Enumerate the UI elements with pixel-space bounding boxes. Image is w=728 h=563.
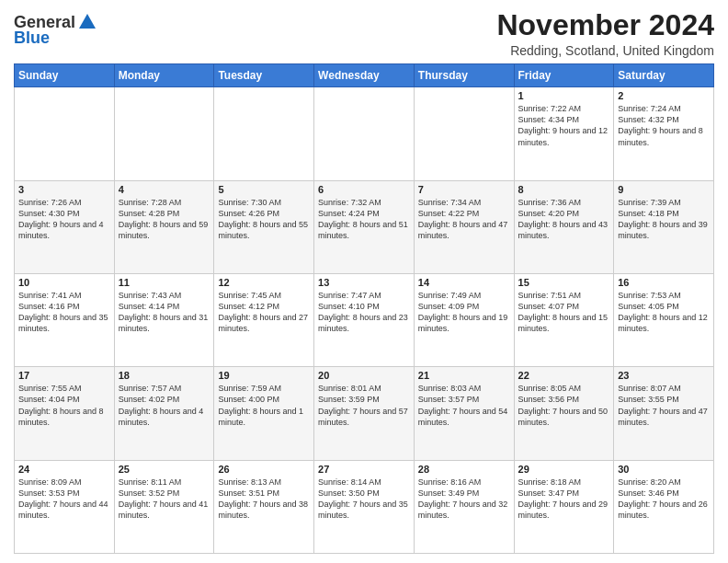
calendar-day-header: Wednesday bbox=[314, 64, 415, 87]
day-number: 3 bbox=[18, 184, 110, 195]
calendar-day-header: Monday bbox=[114, 64, 214, 87]
calendar-cell: 23Sunrise: 8:07 AM Sunset: 3:55 PM Dayli… bbox=[614, 367, 714, 460]
calendar-body: 1Sunrise: 7:22 AM Sunset: 4:34 PM Daylig… bbox=[15, 87, 714, 554]
day-info: Sunrise: 8:18 AM Sunset: 3:47 PM Dayligh… bbox=[518, 477, 610, 522]
day-info: Sunrise: 8:13 AM Sunset: 3:51 PM Dayligh… bbox=[218, 477, 310, 522]
calendar-cell: 15Sunrise: 7:51 AM Sunset: 4:07 PM Dayli… bbox=[514, 273, 614, 366]
calendar-cell: 13Sunrise: 7:47 AM Sunset: 4:10 PM Dayli… bbox=[314, 273, 415, 366]
calendar-day-header: Thursday bbox=[414, 64, 514, 87]
day-info: Sunrise: 7:57 AM Sunset: 4:02 PM Dayligh… bbox=[119, 383, 210, 428]
calendar-cell: 25Sunrise: 8:11 AM Sunset: 3:52 PM Dayli… bbox=[114, 460, 214, 553]
day-info: Sunrise: 7:53 AM Sunset: 4:05 PM Dayligh… bbox=[618, 290, 710, 335]
day-number: 15 bbox=[518, 277, 610, 288]
calendar-cell: 16Sunrise: 7:53 AM Sunset: 4:05 PM Dayli… bbox=[614, 273, 714, 366]
day-number: 13 bbox=[318, 277, 410, 288]
day-info: Sunrise: 8:16 AM Sunset: 3:49 PM Dayligh… bbox=[418, 477, 510, 522]
location: Redding, Scotland, United Kingdom bbox=[496, 43, 714, 58]
day-info: Sunrise: 7:22 AM Sunset: 4:34 PM Dayligh… bbox=[518, 103, 610, 148]
day-info: Sunrise: 7:59 AM Sunset: 4:00 PM Dayligh… bbox=[218, 383, 310, 428]
day-info: Sunrise: 7:28 AM Sunset: 4:28 PM Dayligh… bbox=[119, 197, 210, 242]
day-info: Sunrise: 7:39 AM Sunset: 4:18 PM Dayligh… bbox=[618, 197, 710, 242]
day-number: 4 bbox=[119, 184, 210, 195]
day-number: 9 bbox=[618, 184, 710, 195]
day-number: 8 bbox=[518, 184, 610, 195]
day-info: Sunrise: 7:34 AM Sunset: 4:22 PM Dayligh… bbox=[418, 197, 510, 242]
day-info: Sunrise: 7:49 AM Sunset: 4:09 PM Dayligh… bbox=[418, 290, 510, 335]
day-number: 10 bbox=[18, 277, 110, 288]
svg-marker-0 bbox=[79, 14, 96, 29]
day-info: Sunrise: 8:07 AM Sunset: 3:55 PM Dayligh… bbox=[618, 383, 710, 428]
calendar-day-header: Friday bbox=[514, 64, 614, 87]
day-info: Sunrise: 7:24 AM Sunset: 4:32 PM Dayligh… bbox=[618, 103, 710, 148]
day-info: Sunrise: 7:41 AM Sunset: 4:16 PM Dayligh… bbox=[18, 290, 110, 335]
day-info: Sunrise: 7:47 AM Sunset: 4:10 PM Dayligh… bbox=[318, 290, 410, 335]
day-number: 21 bbox=[418, 370, 510, 381]
day-info: Sunrise: 7:26 AM Sunset: 4:30 PM Dayligh… bbox=[18, 197, 110, 242]
logo-icon bbox=[77, 12, 97, 32]
day-info: Sunrise: 8:03 AM Sunset: 3:57 PM Dayligh… bbox=[418, 383, 510, 428]
day-number: 30 bbox=[618, 464, 710, 475]
day-number: 25 bbox=[119, 464, 210, 475]
calendar-cell: 22Sunrise: 8:05 AM Sunset: 3:56 PM Dayli… bbox=[514, 367, 614, 460]
day-number: 12 bbox=[218, 277, 310, 288]
calendar-cell bbox=[15, 87, 115, 180]
calendar-week-row: 3Sunrise: 7:26 AM Sunset: 4:30 PM Daylig… bbox=[15, 180, 714, 273]
calendar-cell bbox=[114, 87, 214, 180]
calendar-day-header: Tuesday bbox=[214, 64, 314, 87]
header: General Blue November 2024 Redding, Scot… bbox=[14, 9, 714, 58]
calendar-cell: 19Sunrise: 7:59 AM Sunset: 4:00 PM Dayli… bbox=[214, 367, 314, 460]
day-number: 27 bbox=[318, 464, 410, 475]
logo: General Blue bbox=[14, 13, 97, 48]
day-info: Sunrise: 7:55 AM Sunset: 4:04 PM Dayligh… bbox=[18, 383, 110, 428]
calendar-cell: 3Sunrise: 7:26 AM Sunset: 4:30 PM Daylig… bbox=[15, 180, 115, 273]
day-number: 28 bbox=[418, 464, 510, 475]
calendar-cell: 5Sunrise: 7:30 AM Sunset: 4:26 PM Daylig… bbox=[214, 180, 314, 273]
calendar-cell: 4Sunrise: 7:28 AM Sunset: 4:28 PM Daylig… bbox=[114, 180, 214, 273]
calendar-cell: 2Sunrise: 7:24 AM Sunset: 4:32 PM Daylig… bbox=[614, 87, 714, 180]
calendar-cell: 29Sunrise: 8:18 AM Sunset: 3:47 PM Dayli… bbox=[514, 460, 614, 553]
calendar-cell: 9Sunrise: 7:39 AM Sunset: 4:18 PM Daylig… bbox=[614, 180, 714, 273]
day-number: 19 bbox=[218, 370, 310, 381]
day-number: 16 bbox=[618, 277, 710, 288]
calendar-week-row: 10Sunrise: 7:41 AM Sunset: 4:16 PM Dayli… bbox=[15, 273, 714, 366]
calendar-cell: 28Sunrise: 8:16 AM Sunset: 3:49 PM Dayli… bbox=[414, 460, 514, 553]
day-info: Sunrise: 7:43 AM Sunset: 4:14 PM Dayligh… bbox=[119, 290, 210, 335]
calendar-week-row: 24Sunrise: 8:09 AM Sunset: 3:53 PM Dayli… bbox=[15, 460, 714, 553]
day-number: 14 bbox=[418, 277, 510, 288]
day-number: 7 bbox=[418, 184, 510, 195]
calendar-cell: 27Sunrise: 8:14 AM Sunset: 3:50 PM Dayli… bbox=[314, 460, 415, 553]
calendar-cell: 24Sunrise: 8:09 AM Sunset: 3:53 PM Dayli… bbox=[15, 460, 115, 553]
day-info: Sunrise: 8:14 AM Sunset: 3:50 PM Dayligh… bbox=[318, 477, 410, 522]
page: General Blue November 2024 Redding, Scot… bbox=[0, 0, 728, 563]
calendar-day-header: Saturday bbox=[614, 64, 714, 87]
calendar-cell: 26Sunrise: 8:13 AM Sunset: 3:51 PM Dayli… bbox=[214, 460, 314, 553]
month-title: November 2024 bbox=[496, 9, 714, 41]
day-info: Sunrise: 8:01 AM Sunset: 3:59 PM Dayligh… bbox=[318, 383, 410, 428]
calendar-cell bbox=[214, 87, 314, 180]
calendar-cell: 14Sunrise: 7:49 AM Sunset: 4:09 PM Dayli… bbox=[414, 273, 514, 366]
calendar-cell bbox=[314, 87, 415, 180]
calendar-cell: 10Sunrise: 7:41 AM Sunset: 4:16 PM Dayli… bbox=[15, 273, 115, 366]
day-info: Sunrise: 8:09 AM Sunset: 3:53 PM Dayligh… bbox=[18, 477, 110, 522]
calendar-week-row: 17Sunrise: 7:55 AM Sunset: 4:04 PM Dayli… bbox=[15, 367, 714, 460]
title-block: November 2024 Redding, Scotland, United … bbox=[496, 9, 714, 58]
calendar-cell: 21Sunrise: 8:03 AM Sunset: 3:57 PM Dayli… bbox=[414, 367, 514, 460]
day-number: 6 bbox=[318, 184, 410, 195]
day-info: Sunrise: 7:51 AM Sunset: 4:07 PM Dayligh… bbox=[518, 290, 610, 335]
day-number: 24 bbox=[18, 464, 110, 475]
calendar-cell: 20Sunrise: 8:01 AM Sunset: 3:59 PM Dayli… bbox=[314, 367, 415, 460]
calendar-cell: 6Sunrise: 7:32 AM Sunset: 4:24 PM Daylig… bbox=[314, 180, 415, 273]
day-number: 26 bbox=[218, 464, 310, 475]
day-number: 20 bbox=[318, 370, 410, 381]
calendar-header-row: SundayMondayTuesdayWednesdayThursdayFrid… bbox=[15, 64, 714, 87]
calendar-cell bbox=[414, 87, 514, 180]
day-number: 11 bbox=[119, 277, 210, 288]
day-info: Sunrise: 8:20 AM Sunset: 3:46 PM Dayligh… bbox=[618, 477, 710, 522]
calendar-cell: 1Sunrise: 7:22 AM Sunset: 4:34 PM Daylig… bbox=[514, 87, 614, 180]
day-number: 22 bbox=[518, 370, 610, 381]
calendar-day-header: Sunday bbox=[15, 64, 115, 87]
day-number: 18 bbox=[119, 370, 210, 381]
calendar-cell: 18Sunrise: 7:57 AM Sunset: 4:02 PM Dayli… bbox=[114, 367, 214, 460]
calendar-cell: 7Sunrise: 7:34 AM Sunset: 4:22 PM Daylig… bbox=[414, 180, 514, 273]
day-number: 1 bbox=[518, 90, 610, 101]
